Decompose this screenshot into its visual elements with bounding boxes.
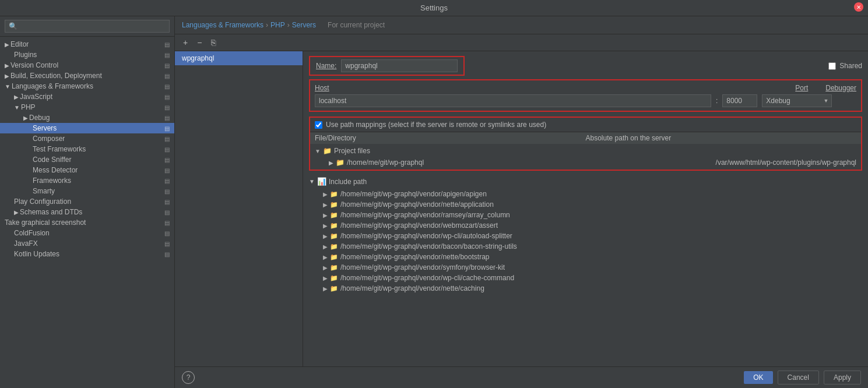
folder-icon-2: 📁: [336, 158, 345, 167]
sidebar-item-mess-detector[interactable]: Mess Detector ▤: [0, 165, 174, 175]
folder-icon: 📁: [323, 147, 332, 155]
colon-separator: :: [716, 97, 718, 105]
title-bar: Settings ✕: [0, 0, 868, 16]
expand-project-files[interactable]: ▼: [315, 148, 321, 154]
include-path-item[interactable]: ▶ 📁 /home/me/git/wp-graphql/vendor/bacon…: [309, 241, 862, 252]
sidebar-item-kotlin[interactable]: Kotlin Updates ▤: [0, 249, 174, 259]
sidebar-item-plugins[interactable]: Plugins ▤: [0, 50, 174, 60]
sidebar-item-label: Debug: [29, 114, 164, 122]
include-path-item[interactable]: ▶ 📁 /home/me/git/wp-graphql/vendor/wp-cl…: [309, 273, 862, 283]
include-path-text: /home/me/git/wp-graphql/vendor/nette/app…: [340, 200, 494, 209]
ext-icon: ▤: [164, 199, 170, 205]
debugger-header: Debugger: [825, 84, 856, 92]
sidebar-item-play-configuration[interactable]: Play Configuration ▤: [0, 196, 174, 207]
include-path-item[interactable]: ▶ 📁 /home/me/git/wp-graphql/vendor/nette…: [309, 252, 862, 262]
expand-icon: ▶: [323, 254, 328, 260]
sidebar-item-build[interactable]: ▶ Build, Execution, Deployment ▤: [0, 70, 174, 81]
expand-icon: ▶: [323, 285, 328, 292]
debugger-select[interactable]: Xdebug Zend Debugger: [762, 94, 832, 107]
sidebar-item-debug[interactable]: ▶ Debug ▤: [0, 112, 174, 123]
folder-icon: 📁: [330, 232, 338, 240]
sidebar-item-schemas[interactable]: ▶ Schemas and DTDs ▤: [0, 207, 174, 217]
shared-checkbox[interactable]: [828, 62, 836, 70]
sidebar-item-editor[interactable]: ▶ Editor ▤: [0, 39, 174, 50]
include-path-text: /home/me/git/wp-graphql/vendor/webmozart…: [340, 221, 498, 230]
include-path-item[interactable]: ▶ 📁 /home/me/git/wp-graphql/vendor/webmo…: [309, 220, 862, 231]
folder-icon: 📁: [330, 211, 338, 219]
port-header: Port: [795, 84, 808, 92]
host-section: Host Port Debugger : Xdebug Zend Debugge…: [309, 79, 862, 112]
ext-icon: ▤: [164, 251, 170, 258]
sidebar-item-label: Code Sniffer: [33, 156, 164, 164]
sidebar-item-label: Frameworks: [33, 177, 164, 185]
name-section: Name:: [309, 56, 465, 76]
sidebar-item-version-control[interactable]: ▶ Version Control ▤: [0, 60, 174, 70]
port-input[interactable]: [722, 94, 757, 107]
sidebar-item-label: Schemas and DTDs: [20, 208, 164, 216]
sidebar-item-label: Test Frameworks: [33, 145, 164, 153]
sidebar-item-composer[interactable]: Composer ▤: [0, 133, 174, 144]
sidebar-item-coldfusion[interactable]: ColdFusion ▤: [0, 228, 174, 238]
sidebar-item-javafx[interactable]: JavaFX ▤: [0, 238, 174, 249]
sidebar-item-javascript[interactable]: ▶ JavaScript ▤: [0, 91, 174, 102]
expand-icon: ▶: [323, 212, 328, 218]
expand-icon: ▶: [323, 244, 328, 250]
breadcrumb-languages[interactable]: Languages & Frameworks: [182, 21, 263, 29]
apply-button[interactable]: Apply: [824, 371, 861, 385]
add-server-button[interactable]: +: [180, 37, 191, 48]
name-label: Name:: [316, 62, 336, 70]
close-button[interactable]: ✕: [854, 2, 863, 12]
expand-include[interactable]: ▼: [309, 178, 315, 185]
include-path-text: /home/me/git/wp-graphql/vendor/apigen/ap…: [340, 190, 487, 198]
sidebar-item-screenshot[interactable]: Take graphical screenshot ▤: [0, 217, 174, 228]
include-path-item[interactable]: ▶ 📁 /home/me/git/wp-graphql/vendor/apige…: [309, 189, 862, 199]
file-directory-header: File/Directory: [315, 134, 586, 142]
sidebar-item-label: Composer: [33, 135, 164, 143]
sidebar-item-label: Plugins: [14, 51, 164, 59]
cancel-button[interactable]: Cancel: [778, 371, 819, 385]
sidebar-item-label: PHP: [21, 103, 164, 111]
breadcrumb-php[interactable]: PHP: [270, 21, 285, 29]
search-input[interactable]: [5, 20, 170, 33]
include-path-text: /home/me/git/wp-graphql/vendor/ramsey/ar…: [340, 211, 510, 219]
sidebar-item-code-sniffer[interactable]: Code Sniffer ▤: [0, 154, 174, 165]
path-table-header: File/Directory Absolute path on the serv…: [310, 132, 861, 144]
include-path-item[interactable]: ▶ 📁 /home/me/git/wp-graphql/vendor/nette…: [309, 199, 862, 210]
ext-icon: ▤: [164, 115, 170, 121]
include-path-item[interactable]: ▶ 📁 /home/me/git/wp-graphql/vendor/wp-cl…: [309, 231, 862, 241]
expand-icon: ▶: [323, 202, 328, 208]
sidebar-item-php[interactable]: ▼ PHP ▤: [0, 102, 174, 112]
expand-icon: ▼: [14, 104, 20, 111]
copy-server-button[interactable]: ⎘: [208, 37, 219, 48]
include-path-item[interactable]: ▶ 📁 /home/me/git/wp-graphql/vendor/symfo…: [309, 262, 862, 273]
sidebar-item-languages[interactable]: ▼ Languages & Frameworks ▤: [0, 81, 174, 91]
toolbar: + − ⎘: [175, 34, 868, 51]
breadcrumb: Languages & Frameworks › PHP › Servers F…: [175, 16, 868, 34]
sidebar-item-smarty[interactable]: Smarty ▤: [0, 186, 174, 196]
host-input[interactable]: [315, 94, 711, 107]
sidebar-item-servers[interactable]: Servers ▤: [0, 123, 174, 133]
sidebar-item-label: Smarty: [33, 187, 164, 195]
folder-icon: 📁: [330, 274, 338, 282]
sidebar-item-test-frameworks[interactable]: Test Frameworks ▤: [0, 144, 174, 154]
ok-button[interactable]: OK: [744, 371, 772, 384]
debugger-select-wrapper: Xdebug Zend Debugger: [762, 94, 832, 107]
expand-path[interactable]: ▶: [329, 160, 333, 166]
include-path-text: /home/me/git/wp-graphql/vendor/symfony/b…: [340, 263, 505, 271]
path-mappings-checkbox[interactable]: [315, 121, 322, 129]
ext-icon: ▤: [164, 209, 170, 216]
ext-icon: ▤: [164, 41, 170, 48]
help-button[interactable]: ?: [182, 371, 195, 384]
sidebar-item-label: Build, Execution, Deployment: [10, 72, 164, 80]
include-path-item[interactable]: ▶ 📁 /home/me/git/wp-graphql/vendor/nette…: [309, 283, 862, 294]
name-input[interactable]: [341, 59, 458, 72]
include-path-item[interactable]: ▶ 📁 /home/me/git/wp-graphql/vendor/ramse…: [309, 210, 862, 220]
include-path-text: /home/me/git/wp-graphql/vendor/wp-cli/au…: [340, 232, 512, 240]
breadcrumb-servers[interactable]: Servers: [292, 21, 316, 29]
server-item-wpgraphql[interactable]: wpgraphql: [175, 51, 303, 65]
sidebar-item-frameworks[interactable]: Frameworks ▤: [0, 175, 174, 186]
sidebar-item-label: JavaFX: [14, 239, 164, 248]
remove-server-button[interactable]: −: [194, 37, 205, 48]
sidebar-item-label: Servers: [33, 124, 164, 132]
path-mappings-label: Use path mappings (select if the server …: [326, 121, 546, 129]
